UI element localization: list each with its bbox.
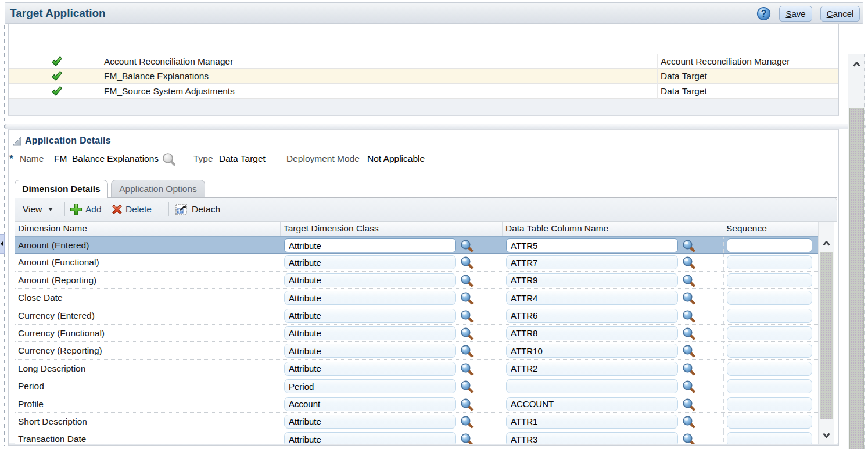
page-scrollbar-thumb[interactable] [849,108,864,449]
target-dimension-class-input[interactable] [284,326,456,340]
dimension-row[interactable]: Amount (Reporting) [15,272,818,289]
search-icon[interactable] [460,380,474,395]
dimension-row[interactable]: Amount (Entered) [15,236,818,254]
search-icon[interactable] [682,344,695,360]
dimension-row[interactable]: Amount (Functional) [15,254,818,271]
search-icon[interactable] [682,274,695,290]
sequence-input[interactable] [727,273,812,287]
data-table-column-name-input[interactable] [506,309,678,323]
help-icon[interactable]: ? [756,6,771,21]
target-dimension-class-input[interactable] [284,309,456,323]
sequence-input[interactable] [727,397,812,411]
target-dimension-class-input[interactable] [284,415,456,429]
search-icon[interactable] [460,274,474,290]
sequence-input[interactable] [727,326,812,340]
data-table-column-name-input[interactable] [506,238,678,252]
search-icon[interactable] [682,362,695,378]
dimension-row[interactable]: Close Date [15,289,818,307]
data-table-column-name-input[interactable] [506,415,678,429]
dimension-row[interactable]: Period [15,377,818,395]
search-icon[interactable] [460,415,474,431]
dimension-row[interactable]: Transaction Date [15,430,818,444]
sequence-input[interactable] [727,415,812,429]
sequence-input[interactable] [727,344,812,358]
sequence-input[interactable] [727,379,812,393]
search-icon[interactable] [682,380,695,395]
search-icon[interactable] [682,398,695,414]
dimension-row[interactable]: Long Description [15,360,818,377]
search-icon[interactable] [460,433,474,444]
data-table-column-name-input[interactable] [506,379,678,393]
sequence-input[interactable] [727,238,812,252]
dimension-row[interactable]: Profile [15,395,818,413]
target-dimension-class-input[interactable] [284,273,456,287]
horizontal-splitter[interactable] [5,124,866,129]
data-table-column-name-input[interactable] [506,255,678,269]
data-table-column-name-input[interactable] [506,273,678,287]
column-header[interactable]: Target Dimension Class [281,222,503,236]
sequence-input[interactable] [727,255,812,269]
search-icon[interactable] [682,433,695,444]
data-table-column-name-input[interactable] [506,291,678,305]
search-icon[interactable] [460,344,474,360]
page-scrollbar[interactable] [848,54,865,449]
add-button[interactable]: Add [85,197,102,222]
data-table-column-name-input[interactable] [506,362,678,376]
sequence-input[interactable] [727,309,812,323]
sequence-input[interactable] [727,291,812,305]
cancel-button[interactable]: Cancel [820,6,860,22]
search-icon[interactable] [460,362,474,378]
search-icon[interactable] [682,239,695,255]
tab-dimension-details[interactable]: Dimension Details [15,180,108,198]
save-button[interactable]: Save [779,6,812,22]
search-icon[interactable] [682,415,695,431]
search-icon[interactable] [460,327,474,343]
table-scrollbar-thumb[interactable] [820,252,833,419]
name-search-icon[interactable] [162,152,177,169]
target-dimension-class-input[interactable] [284,379,456,393]
page-scroll-up-button[interactable] [853,59,860,69]
target-dimension-class-input[interactable] [284,238,456,252]
detach-button[interactable]: Detach [192,197,220,222]
data-table-column-name-input[interactable] [506,397,678,411]
search-icon[interactable] [682,309,695,325]
detach-icon[interactable] [175,204,187,218]
search-icon[interactable] [460,291,474,307]
search-icon[interactable] [682,291,695,307]
target-dimension-class-input[interactable] [284,291,456,305]
target-dimension-class-input[interactable] [284,344,456,358]
column-header[interactable]: Dimension Name [15,222,281,236]
sequence-input[interactable] [727,432,812,444]
dimension-row[interactable]: Currency (Reporting) [15,342,818,359]
delete-button[interactable]: Delete [125,197,152,222]
table-scroll-down-button[interactable] [819,428,834,443]
search-icon[interactable] [460,256,474,272]
splitter-collapse-handle[interactable] [0,234,5,254]
search-icon[interactable] [460,309,474,325]
table-scroll-up-button[interactable] [819,236,834,251]
target-dimension-class-input[interactable] [284,255,456,269]
delete-icon[interactable] [111,204,123,218]
sequence-input[interactable] [727,362,812,376]
search-icon[interactable] [460,239,474,255]
add-icon[interactable] [70,203,83,218]
application-row[interactable]: FM_Source System Adjustments Data Target [9,84,838,99]
section-disclosure-icon[interactable] [12,137,21,146]
dimension-row[interactable]: Currency (Functional) [15,325,818,342]
column-header[interactable]: Sequence [723,222,818,236]
search-icon[interactable] [682,327,695,343]
target-dimension-class-input[interactable] [284,362,456,376]
dimension-row[interactable]: Currency (Entered) [15,307,818,325]
search-icon[interactable] [460,398,474,414]
data-table-column-name-input[interactable] [506,326,678,340]
application-row[interactable]: Account Reconciliation Manager Account R… [9,54,838,69]
dimension-row[interactable]: Short Description [15,413,818,430]
tab-application-options[interactable]: Application Options [111,180,205,197]
column-header[interactable]: Data Table Column Name [503,222,723,236]
target-dimension-class-input[interactable] [284,432,456,444]
target-dimension-class-input[interactable] [284,397,456,411]
data-table-column-name-input[interactable] [506,344,678,358]
table-scrollbar[interactable] [818,222,834,444]
data-table-column-name-input[interactable] [506,432,678,444]
application-row[interactable]: FM_Balance Explanations Data Target [9,69,838,84]
